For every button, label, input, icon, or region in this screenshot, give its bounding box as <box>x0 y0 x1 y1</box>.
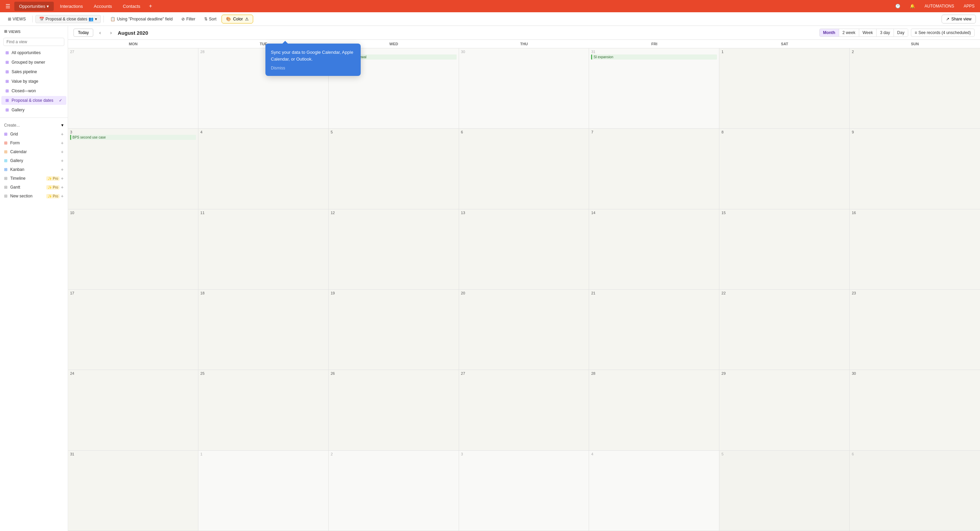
color-warning-icon: ⚠ <box>245 17 249 21</box>
sort-button[interactable]: ⇅ Sort <box>200 15 220 23</box>
add-tab-button[interactable]: + <box>146 2 154 10</box>
calendar-cell[interactable]: 17 <box>68 290 198 370</box>
calendar-cell[interactable]: 11 <box>198 209 329 289</box>
color-button[interactable]: 🎨 Color ⚠ <box>221 14 253 24</box>
calendar-cell[interactable]: 30 <box>850 370 980 450</box>
calendar-cell[interactable]: 8 <box>719 129 850 209</box>
create-item-form[interactable]: ⊞ Form + <box>0 139 68 147</box>
calendar-cell[interactable]: 12 <box>329 209 459 289</box>
calendar-cell[interactable]: 10 <box>68 209 198 289</box>
calendar-cell[interactable]: 15 <box>719 209 850 289</box>
calendar-cell[interactable]: 2 <box>850 48 980 128</box>
dismiss-button[interactable]: Dismiss <box>271 66 355 70</box>
history-icon[interactable]: 🕐 <box>892 2 903 10</box>
calendar-cell[interactable]: 27 <box>68 48 198 128</box>
automations-label: AUTOMATIONS <box>924 4 954 8</box>
calendar-cell[interactable]: 18 <box>198 290 329 370</box>
today-button[interactable]: Today <box>73 29 93 37</box>
calendar-cell[interactable]: 7 <box>589 129 719 209</box>
calendar-cell[interactable]: 1 <box>719 48 850 128</box>
calendar-cell[interactable]: 28 <box>589 370 719 450</box>
calendar-event-si-expansion[interactable]: SI expansion <box>591 54 717 59</box>
calendar-cell[interactable]: 4 <box>198 129 329 209</box>
create-item-grid[interactable]: ⊞ Grid + <box>0 130 68 139</box>
day-view-button[interactable]: Day <box>894 29 908 37</box>
nav-tab-accounts[interactable]: Accounts <box>89 2 117 11</box>
create-calendar-plus-icon: + <box>61 149 64 155</box>
sync-tooltip-text: Sync your data to Google Calendar, Apple… <box>271 49 355 62</box>
calendar-cell[interactable]: 16 <box>850 209 980 289</box>
month-view-button[interactable]: Month <box>820 29 839 37</box>
create-item-gallery[interactable]: ⊞ Gallery + <box>0 156 68 165</box>
create-item-timeline[interactable]: ⊞ Timeline ✨ Pro + <box>0 174 68 183</box>
nav-tab-interactions[interactable]: Interactions <box>55 2 88 11</box>
calendar-cell[interactable]: 31 SI expansion <box>589 48 719 128</box>
calendar-cell[interactable]: 27 <box>459 370 589 450</box>
create-item-new-section[interactable]: ⊞ New section ✨ Pro + <box>0 191 68 201</box>
calendar-cell[interactable]: 3 <box>459 451 589 531</box>
view-name-button[interactable]: 📅 Proposal & close dates 👥 ▾ <box>35 15 101 23</box>
sidebar-item-all-opportunities[interactable]: ⊞ All opportunities <box>2 48 66 57</box>
calendar-area: Today ‹ › August 2020 Month 2 week Week … <box>68 26 980 531</box>
filter-button[interactable]: ⊘ Filter <box>178 15 199 23</box>
share-icon: ↗ <box>946 17 950 21</box>
cell-date: 27 <box>70 50 196 54</box>
sidebar-item-proposal-close-dates[interactable]: ⊞ Proposal & close dates ✓ <box>2 96 66 105</box>
nav-tab-opportunities[interactable]: Opportunities ▾ <box>14 2 54 11</box>
sort-icon: ⇅ <box>204 17 208 21</box>
apps-button[interactable]: APPS <box>961 2 977 10</box>
calendar-cell[interactable]: 31 <box>68 451 198 531</box>
all-opportunities-icon: ⊞ <box>5 50 9 55</box>
calendar-cell[interactable]: 6 <box>459 129 589 209</box>
nav-tab-contacts[interactable]: Contacts <box>118 2 145 11</box>
calendar-event-bps[interactable]: BPS second use case <box>70 135 196 140</box>
calendar-cell[interactable]: 26 <box>329 370 459 450</box>
search-input[interactable] <box>3 38 64 46</box>
calendar-cell[interactable]: 1 <box>198 451 329 531</box>
calendar-cell[interactable]: 24 <box>68 370 198 450</box>
calendar-cell[interactable]: 21 <box>589 290 719 370</box>
create-item-kanban[interactable]: ⊞ Kanban + <box>0 165 68 174</box>
calendar-cell[interactable]: 19 <box>329 290 459 370</box>
week-view-button[interactable]: Week <box>859 29 877 37</box>
calendar-cell[interactable]: 30 <box>459 48 589 128</box>
2week-view-button[interactable]: 2 week <box>839 29 859 37</box>
next-month-button[interactable]: › <box>107 29 115 37</box>
calendar-cell[interactable]: 6 <box>850 451 980 531</box>
calendar-cell[interactable]: 4 <box>589 451 719 531</box>
share-view-button[interactable]: ↗ Share view <box>942 14 976 24</box>
sidebar-item-gallery[interactable]: ⊞ Gallery <box>2 105 66 114</box>
calendar-cell[interactable]: 5 <box>329 129 459 209</box>
sidebar-item-closed-won[interactable]: ⊞ Closed—won <box>2 86 66 95</box>
calendar-cell[interactable]: 22 <box>719 290 850 370</box>
prev-month-button[interactable]: ‹ <box>96 29 104 37</box>
create-item-gantt[interactable]: ⊞ Gantt ✨ Pro + <box>0 183 68 191</box>
share-label: Share view <box>951 17 972 21</box>
calendar-cell[interactable]: 9 <box>850 129 980 209</box>
notifications-icon[interactable]: 🔔 <box>907 2 918 10</box>
sidebar-item-grouped-by-owner[interactable]: ⊞ Grouped by owner <box>2 58 66 67</box>
calendar-cell[interactable]: 13 <box>459 209 589 289</box>
create-item-calendar[interactable]: ⊞ Calendar + <box>0 147 68 156</box>
calendar-cell[interactable]: 5 <box>719 451 850 531</box>
sidebar-item-sales-pipeline[interactable]: ⊞ Sales pipeline <box>2 67 66 76</box>
all-opportunities-label: All opportunities <box>11 50 40 55</box>
field-icon: 📋 <box>110 17 115 21</box>
views-button[interactable]: ⊞ VIEWS <box>4 15 30 23</box>
sidebar-item-value-by-stage[interactable]: ⊞ Value by stage <box>2 77 66 86</box>
hamburger-icon[interactable]: ☰ <box>3 2 13 11</box>
automations-button[interactable]: AUTOMATIONS <box>922 2 957 10</box>
calendar-cell[interactable]: 29 <box>719 370 850 450</box>
day-name-mon: Mon <box>68 40 198 48</box>
field-button[interactable]: 📋 Using "Proposal deadline" field <box>107 15 176 23</box>
calendar-cell[interactable]: 3 BPS second use case <box>68 129 198 209</box>
create-section-header[interactable]: Create... ▾ <box>0 121 68 130</box>
calendar-cell[interactable]: 14 <box>589 209 719 289</box>
calendar-cell[interactable]: 25 <box>198 370 329 450</box>
calendar-cell[interactable]: 2 <box>329 451 459 531</box>
3day-view-button[interactable]: 3 day <box>877 29 894 37</box>
calendar-cell[interactable]: 20 <box>459 290 589 370</box>
records-button[interactable]: ≡ See records (4 unscheduled) <box>911 29 975 37</box>
create-form-plus-icon: + <box>61 140 64 146</box>
calendar-cell[interactable]: 23 <box>850 290 980 370</box>
